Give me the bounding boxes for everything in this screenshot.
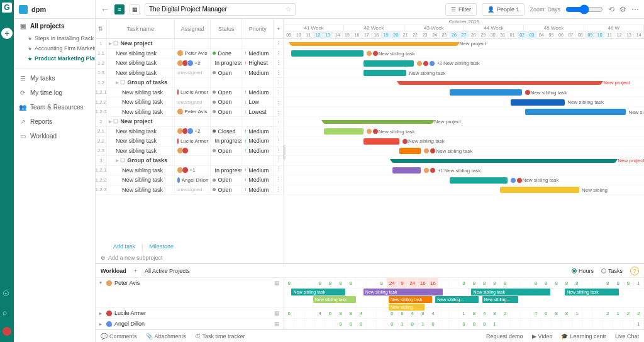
task-priority[interactable]: ↓Lowest [242,108,274,117]
nav-item[interactable]: ▭Workload [14,129,95,143]
row-more-icon[interactable]: ⋮ [274,39,284,48]
task-priority[interactable] [242,156,274,165]
task-status[interactable] [211,39,242,48]
project-item[interactable]: ★Product Marketing Plan Te... [14,53,95,63]
nav-item[interactable]: ⟳My time log [14,86,95,100]
task-name[interactable]: ▸ ☐Group of tasks [107,78,175,87]
task-status[interactable] [211,156,242,165]
task-row[interactable]: 1 ▸ ☐New project ⋮ [96,39,284,49]
gantt-bar[interactable]: +1New sibling task [392,167,421,174]
workload-bar[interactable]: New sibling task [291,289,345,295]
add-column-button[interactable]: + [274,19,284,38]
task-priority[interactable]: ↑Medium [242,175,274,185]
workload-bar[interactable]: New sibling task [389,296,432,303]
task-status[interactable]: In progress [211,58,242,68]
task-status[interactable]: Open [211,97,242,107]
task-priority[interactable] [242,39,274,48]
task-priority[interactable]: ↑Highest [242,58,274,68]
task-assignee[interactable] [175,78,211,87]
chevron-icon[interactable]: ▸ [99,311,102,316]
add-subproject-row[interactable]: ⊕ Add a new subproject [96,252,284,263]
gantt-bar[interactable]: New sibling task [364,138,399,145]
workload-bar[interactable]: New sibling task [364,289,443,295]
row-more-icon[interactable]: ⋮ [274,108,284,117]
task-priority[interactable]: ↑Medium [242,166,274,175]
people-button[interactable]: 👤People 1 [482,3,525,16]
task-row[interactable]: 1.2.1 New sibling task +1 In progress ↑M… [96,166,284,176]
nav-item[interactable]: ☰My tasks [14,71,95,86]
chevron-icon[interactable]: ▾ [99,280,102,285]
workload-bar[interactable]: New sibling task [471,289,550,295]
row-more-icon[interactable]: ⋮ [274,88,284,97]
workload-scope[interactable]: All Active Projects [145,268,190,274]
task-assignee[interactable]: +2 [175,58,211,68]
task-name[interactable]: New sibling task [107,136,175,146]
tracker-link[interactable]: ⏱ Task time tracker [195,333,245,339]
nav-item[interactable]: ↗Reports [14,114,95,129]
comments-link[interactable]: 💬 Comments [101,333,137,339]
row-more-icon[interactable]: ⋮ [274,146,284,156]
workload-bar[interactable]: New sibling task [565,289,619,295]
task-assignee[interactable]: Peter Avis [175,49,211,58]
demo-link[interactable]: Request demo [486,333,523,339]
col-status[interactable]: Status [211,19,242,38]
learning-link[interactable]: 🎓 Learning centr [561,333,606,339]
gantt-bar[interactable]: New sibling task [450,177,508,184]
task-status[interactable]: In progress [211,166,242,175]
task-name[interactable]: ▸ ☐New project [107,117,175,126]
task-priority[interactable] [242,117,274,126]
settings-icon[interactable]: ⚙ [619,5,626,14]
task-status[interactable]: Open [211,88,242,97]
calendar-icon[interactable]: ▦ [274,321,280,327]
task-name[interactable]: New sibling task [107,69,175,78]
task-priority[interactable] [242,78,274,87]
gantt-bar[interactable]: New sibling task [291,50,363,57]
attachments-link[interactable]: 📎 Attachments [146,333,186,339]
task-name[interactable]: ▸ ☐Group of tasks [107,156,175,165]
row-more-icon[interactable]: ⋮ [274,127,284,136]
task-name[interactable]: New sibling task [107,127,175,136]
task-row[interactable]: 1.1 New sibling task Peter Avis Done ↑Me… [96,49,284,59]
task-assignee[interactable]: unassigned [175,185,211,195]
hours-radio[interactable]: Hours [572,268,594,274]
task-priority[interactable]: ↓Low [242,97,274,107]
task-status[interactable]: Done [211,49,242,58]
task-name[interactable]: New sibling task [107,49,175,58]
board-view-button[interactable]: ▦ [130,4,140,14]
row-more-icon[interactable]: ⋮ [274,166,284,175]
filter-button[interactable]: ☰Filter [445,3,477,16]
task-status[interactable]: Open [211,108,242,117]
row-more-icon[interactable]: ⋮ [274,49,284,58]
row-more-icon[interactable]: ⋮ [274,117,284,126]
project-title-input[interactable] [149,6,282,13]
gantt-bar[interactable]: New sibling [525,109,626,115]
task-assignee[interactable] [175,156,211,165]
gantt-bar[interactable]: New project [399,81,601,85]
chat-link[interactable]: Live Chat [615,333,639,339]
task-status[interactable]: In progress [211,136,242,146]
add-task-link[interactable]: Add task [113,243,135,250]
task-assignee[interactable] [175,146,211,156]
row-more-icon[interactable]: ⋮ [274,156,284,165]
task-assignee[interactable]: unassigned [175,69,211,78]
task-row[interactable]: 2.2 New sibling task Lucile Armer In pro… [96,136,284,146]
nav-item[interactable]: 👥Team & Resources [14,100,95,114]
workload-user-row[interactable]: ▾Peter Avis▦ [96,278,284,308]
gantt-bar[interactable]: New sibling task [324,128,364,135]
gantt-bar[interactable]: New sibling task [399,148,421,154]
calendar-icon[interactable]: ▦ [274,280,280,286]
task-status[interactable] [211,117,242,126]
task-status[interactable]: Open [211,146,242,156]
gantt-bar[interactable]: New sibling task [364,70,407,76]
task-priority[interactable]: ↑Medium [242,88,274,97]
task-name[interactable]: New sibling task [107,185,175,195]
task-assignee[interactable]: +2 [175,127,211,136]
task-status[interactable]: Open [211,185,242,195]
task-assignee[interactable]: +1 [175,166,211,175]
task-row[interactable]: 1.2.2 New sibling task unassigned Open ↓… [96,97,284,108]
create-button[interactable]: + [1,28,13,39]
task-status[interactable] [211,78,242,87]
search-icon[interactable]: ⌕ [3,308,11,317]
task-row[interactable]: 1.2.3 New sibling task unassigned Open ↑… [96,185,284,196]
row-more-icon[interactable]: ⋮ [274,58,284,68]
